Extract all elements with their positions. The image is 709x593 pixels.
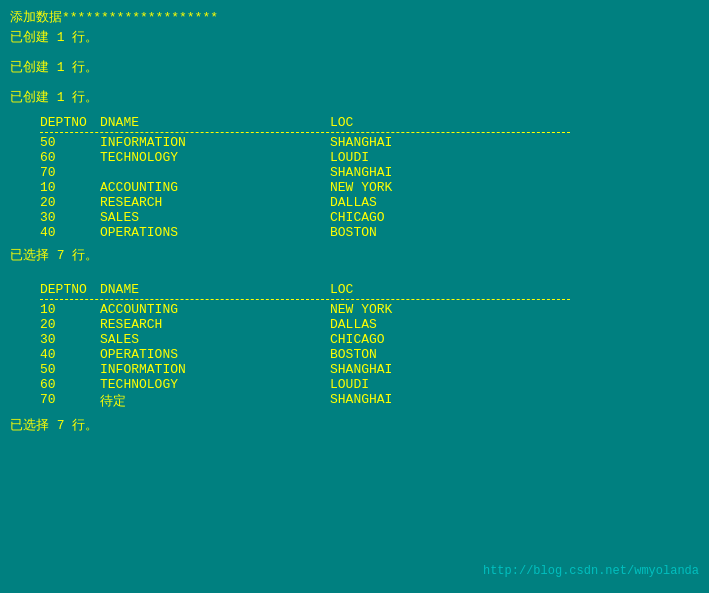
table-row: 30 SALES CHICAGO xyxy=(10,332,699,347)
add-data-line: 添加数据******************** xyxy=(10,8,699,28)
table-row: 40 OPERATIONS BOSTON xyxy=(10,347,699,362)
table2-divider xyxy=(40,299,570,300)
table2-col-dname: DNAME xyxy=(100,282,330,297)
table-row: 20 RESEARCH DALLAS xyxy=(10,317,699,332)
table2: DEPTNO DNAME LOC 10 ACCOUNTING NEW YORK … xyxy=(10,282,699,410)
table2-header: DEPTNO DNAME LOC xyxy=(10,282,699,297)
created-line-1: 已创建 1 行。 xyxy=(10,28,699,48)
table-row: 10 ACCOUNTING NEW YORK xyxy=(10,180,699,195)
table-row: 40 OPERATIONS BOSTON xyxy=(10,225,699,240)
table-row: 60 TECHNOLOGY LOUDI xyxy=(10,377,699,392)
table1: DEPTNO DNAME LOC 50 INFORMATION SHANGHAI… xyxy=(10,115,699,240)
table-row: 70 SHANGHAI xyxy=(10,165,699,180)
table-row: 70 待定 SHANGHAI xyxy=(10,392,699,410)
table1-col-deptno: DEPTNO xyxy=(40,115,100,130)
watermark: http://blog.csdn.net/wmyolanda xyxy=(483,564,699,578)
table-row: 30 SALES CHICAGO xyxy=(10,210,699,225)
created-line-2: 已创建 1 行。 xyxy=(10,58,699,78)
table-row: 20 RESEARCH DALLAS xyxy=(10,195,699,210)
created-line-3: 已创建 1 行。 xyxy=(10,88,699,108)
table-row: 10 ACCOUNTING NEW YORK xyxy=(10,302,699,317)
table1-header: DEPTNO DNAME LOC xyxy=(10,115,699,130)
table-row: 60 TECHNOLOGY LOUDI xyxy=(10,150,699,165)
selected-line-2: 已选择 7 行。 xyxy=(10,416,699,436)
table1-col-loc: LOC xyxy=(330,115,530,130)
table2-col-deptno: DEPTNO xyxy=(40,282,100,297)
table-row: 50 INFORMATION SHANGHAI xyxy=(10,135,699,150)
table1-divider xyxy=(40,132,570,133)
table-row: 50 INFORMATION SHANGHAI xyxy=(10,362,699,377)
table1-col-dname: DNAME xyxy=(100,115,330,130)
table2-col-loc: LOC xyxy=(330,282,530,297)
selected-line-1: 已选择 7 行。 xyxy=(10,246,699,266)
